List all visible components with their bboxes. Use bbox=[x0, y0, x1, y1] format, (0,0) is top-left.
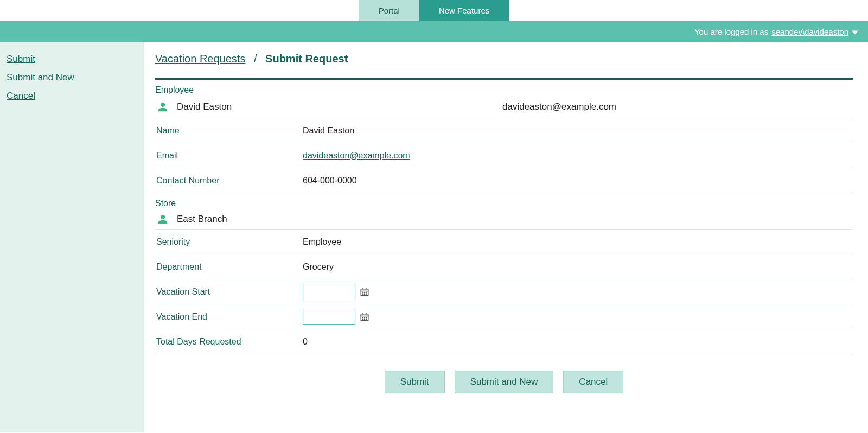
label-name: Name bbox=[155, 126, 303, 136]
tab-new-features[interactable]: New Features bbox=[419, 0, 509, 21]
field-row-seniority: Seniority Employee bbox=[155, 230, 853, 254]
label-contact: Contact Number bbox=[155, 176, 303, 186]
field-row-email: Email davideaston@example.com bbox=[155, 143, 853, 168]
label-seniority: Seniority bbox=[155, 237, 303, 247]
login-username[interactable]: seandev\davideaston bbox=[771, 27, 848, 36]
svg-point-7 bbox=[363, 294, 363, 295]
submit-button[interactable]: Submit bbox=[385, 371, 445, 393]
value-contact: 604-000-0000 bbox=[303, 176, 357, 186]
svg-point-16 bbox=[366, 317, 367, 318]
value-email[interactable]: davideaston@example.com bbox=[303, 151, 410, 160]
login-bar: You are logged in as seandev\davideaston bbox=[0, 21, 868, 42]
svg-point-4 bbox=[363, 292, 363, 293]
svg-point-6 bbox=[366, 292, 367, 293]
cancel-button[interactable]: Cancel bbox=[563, 371, 623, 393]
svg-point-19 bbox=[366, 319, 367, 320]
top-tab-bar: Portal New Features bbox=[0, 0, 868, 21]
sidebar-cancel[interactable]: Cancel bbox=[7, 91, 138, 101]
label-vacation-start: Vacation Start bbox=[155, 287, 303, 297]
field-row-vacation-start: Vacation Start bbox=[155, 279, 853, 304]
svg-point-17 bbox=[363, 319, 363, 320]
value-department: Grocery bbox=[303, 262, 334, 272]
value-store: East Branch bbox=[177, 214, 227, 225]
field-row-contact: Contact Number 604-000-0000 bbox=[155, 168, 853, 193]
button-row: Submit Submit and New Cancel bbox=[155, 371, 853, 393]
label-vacation-end: Vacation End bbox=[155, 312, 303, 322]
label-email: Email bbox=[155, 151, 303, 161]
label-total-days: Total Days Requested bbox=[155, 337, 303, 347]
svg-point-15 bbox=[365, 317, 365, 318]
employee-line: David Easton davideaston@example.com bbox=[155, 98, 853, 118]
breadcrumb-separator: / bbox=[254, 53, 257, 65]
field-row-vacation-end: Vacation End bbox=[155, 304, 853, 329]
calendar-icon[interactable] bbox=[360, 312, 369, 322]
field-row-name: Name David Easton bbox=[155, 118, 853, 143]
tab-portal[interactable]: Portal bbox=[359, 0, 419, 21]
svg-point-9 bbox=[366, 294, 367, 295]
calendar-icon[interactable] bbox=[360, 287, 369, 297]
main-content: Vacation Requests / Submit Request Emplo… bbox=[144, 42, 868, 432]
breadcrumb-current: Submit Request bbox=[265, 53, 348, 65]
sidebar-submit-and-new[interactable]: Submit and New bbox=[7, 72, 138, 83]
svg-point-8 bbox=[365, 294, 365, 295]
breadcrumb-parent[interactable]: Vacation Requests bbox=[155, 53, 245, 65]
form-top-rule bbox=[155, 78, 853, 80]
breadcrumb: Vacation Requests / Submit Request bbox=[155, 53, 853, 65]
sidebar-submit[interactable]: Submit bbox=[7, 54, 138, 65]
svg-point-18 bbox=[365, 319, 365, 320]
label-department: Department bbox=[155, 262, 303, 272]
value-name: David Easton bbox=[303, 126, 354, 136]
submit-and-new-button[interactable]: Submit and New bbox=[455, 371, 554, 393]
person-icon bbox=[155, 101, 170, 112]
label-store: Store bbox=[155, 199, 853, 208]
value-total-days: 0 bbox=[303, 337, 308, 347]
field-row-department: Department Grocery bbox=[155, 254, 853, 279]
sidebar: Submit Submit and New Cancel bbox=[0, 42, 144, 432]
field-row-store: Store East Branch bbox=[155, 199, 853, 230]
employee-name: David Easton bbox=[177, 101, 502, 112]
value-seniority: Employee bbox=[303, 237, 341, 247]
login-prefix: You are logged in as bbox=[694, 27, 768, 36]
field-row-total-days: Total Days Requested 0 bbox=[155, 329, 853, 354]
input-vacation-start[interactable] bbox=[303, 284, 355, 300]
svg-point-5 bbox=[365, 292, 365, 293]
employee-email: davideaston@example.com bbox=[502, 101, 616, 112]
employee-section-label: Employee bbox=[155, 85, 853, 95]
input-vacation-end[interactable] bbox=[303, 309, 355, 325]
login-dropdown-icon[interactable] bbox=[852, 27, 858, 36]
svg-point-14 bbox=[363, 317, 363, 318]
store-person-icon bbox=[155, 214, 170, 225]
